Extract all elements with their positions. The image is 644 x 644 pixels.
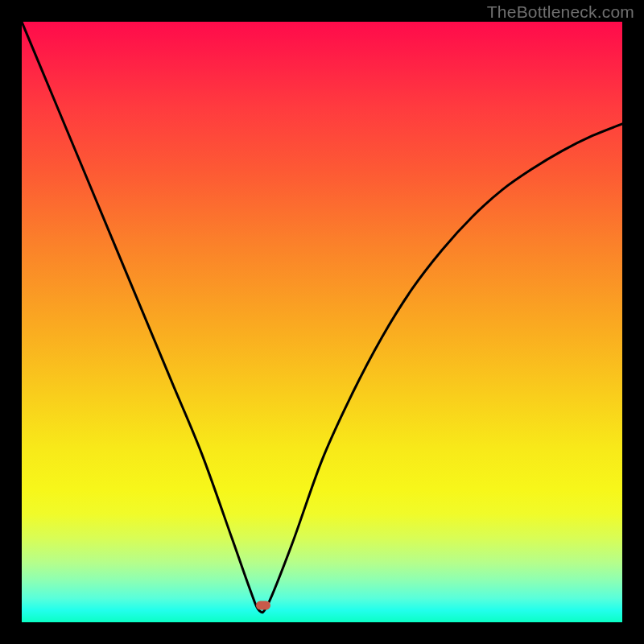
plot-area <box>22 22 622 622</box>
bottleneck-curve <box>22 22 622 613</box>
chart-stage: TheBottleneck.com <box>0 0 644 644</box>
minimum-marker <box>256 601 270 610</box>
curve-layer <box>22 22 622 622</box>
watermark-text: TheBottleneck.com <box>487 2 634 22</box>
